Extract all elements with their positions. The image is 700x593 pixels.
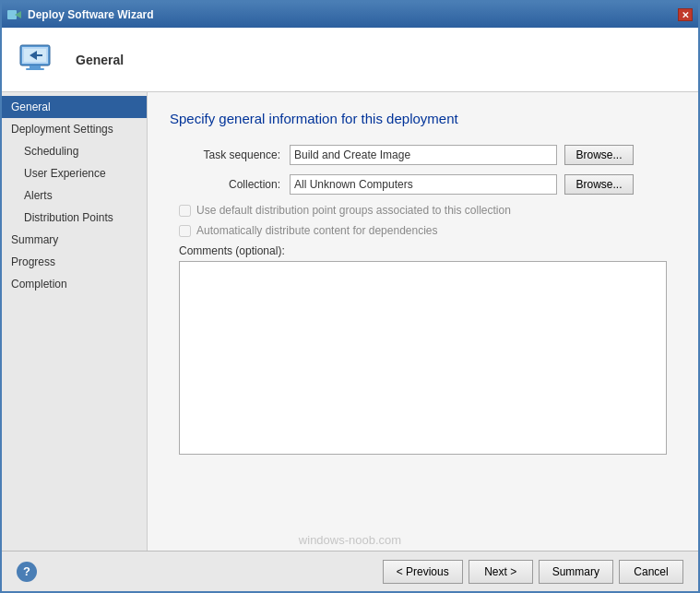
comments-textarea-wrap bbox=[179, 261, 667, 457]
checkbox-auto-distribute-label: Automatically distribute content for dep… bbox=[196, 224, 438, 237]
task-sequence-input[interactable] bbox=[290, 145, 557, 165]
svg-rect-6 bbox=[30, 65, 41, 68]
collection-browse-button[interactable]: Browse... bbox=[564, 174, 634, 195]
sidebar-item-alerts[interactable]: Alerts bbox=[2, 184, 147, 207]
checkbox-distribution-row: Use default distribution point groups as… bbox=[170, 204, 676, 217]
header-area: General bbox=[2, 28, 698, 92]
sidebar-item-distribution-points[interactable]: Distribution Points bbox=[2, 207, 147, 229]
title-bar-left: Deploy Software Wizard bbox=[7, 7, 154, 22]
checkbox-distribution-label: Use default distribution point groups as… bbox=[196, 204, 511, 217]
header-title: General bbox=[76, 53, 124, 67]
sidebar-item-completion[interactable]: Completion bbox=[2, 273, 147, 295]
comments-label: Comments (optional): bbox=[170, 244, 676, 257]
summary-button[interactable]: Summary bbox=[539, 560, 613, 584]
sidebar-item-user-experience[interactable]: User Experience bbox=[2, 162, 147, 184]
cancel-button[interactable]: Cancel bbox=[619, 560, 683, 584]
wizard-icon bbox=[7, 7, 22, 22]
wizard-window: Deploy Software Wizard ✕ General General… bbox=[0, 0, 700, 593]
header-icon bbox=[17, 38, 61, 82]
sidebar-item-summary[interactable]: Summary bbox=[2, 229, 147, 251]
help-button[interactable]: ? bbox=[17, 562, 37, 582]
title-bar: Deploy Software Wizard ✕ bbox=[2, 2, 698, 28]
checkbox-auto-distribute[interactable] bbox=[179, 225, 191, 237]
sidebar: General Deployment Settings Scheduling U… bbox=[2, 92, 148, 551]
sidebar-item-deployment-settings[interactable]: Deployment Settings bbox=[2, 118, 147, 140]
main-panel: Specify general information for this dep… bbox=[148, 92, 698, 551]
checkbox-distribution[interactable] bbox=[179, 205, 191, 217]
next-button[interactable]: Next > bbox=[469, 560, 533, 584]
task-sequence-browse-button[interactable]: Browse... bbox=[564, 145, 634, 165]
collection-input[interactable] bbox=[290, 174, 557, 195]
sidebar-item-scheduling[interactable]: Scheduling bbox=[2, 140, 147, 162]
sidebar-item-general[interactable]: General bbox=[2, 96, 147, 118]
task-sequence-row: Task sequence: Browse... bbox=[170, 145, 676, 165]
content-area: General Deployment Settings Scheduling U… bbox=[2, 92, 698, 551]
sidebar-item-progress[interactable]: Progress bbox=[2, 251, 147, 273]
collection-row: Collection: Browse... bbox=[170, 174, 676, 195]
panel-title: Specify general information for this dep… bbox=[170, 111, 676, 126]
task-sequence-label: Task sequence: bbox=[170, 148, 290, 161]
comments-textarea[interactable] bbox=[179, 261, 667, 455]
collection-label: Collection: bbox=[170, 178, 290, 191]
title-bar-title: Deploy Software Wizard bbox=[28, 8, 154, 21]
bottom-buttons: < Previous Next > Summary Cancel bbox=[383, 560, 683, 584]
checkbox-auto-distribute-row: Automatically distribute content for dep… bbox=[170, 224, 676, 237]
svg-rect-7 bbox=[26, 68, 44, 70]
previous-button[interactable]: < Previous bbox=[383, 560, 463, 584]
bottom-bar: ? < Previous Next > Summary Cancel bbox=[2, 551, 698, 591]
close-button[interactable]: ✕ bbox=[678, 8, 693, 21]
